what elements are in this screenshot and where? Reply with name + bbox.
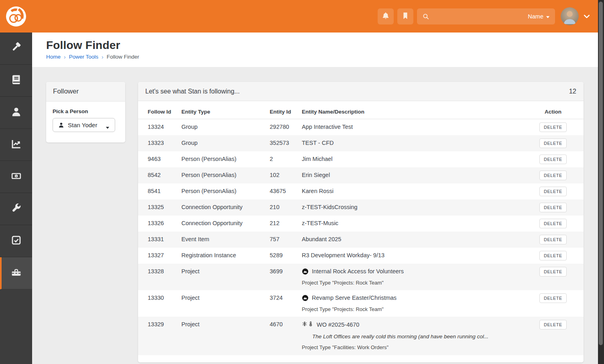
delete-button[interactable]: DELETE bbox=[539, 219, 567, 228]
book-icon bbox=[11, 74, 22, 87]
column-header: Entity Id bbox=[270, 109, 302, 115]
user-avatar[interactable] bbox=[561, 7, 579, 25]
table-row: 8541Person (PersonAlias)43675Karen Rossi… bbox=[138, 183, 584, 199]
action-cell: DELETE bbox=[532, 183, 574, 199]
action-cell: DELETE bbox=[532, 290, 574, 306]
action-cell: DELETE bbox=[532, 317, 574, 333]
follow-id-cell: 13323 bbox=[148, 135, 181, 151]
entity-id-cell: 210 bbox=[270, 199, 302, 216]
top-navigation-bar: Name bbox=[0, 0, 598, 33]
sidebar-item-wrench[interactable] bbox=[0, 193, 32, 225]
delete-button[interactable]: DELETE bbox=[539, 203, 567, 212]
sidebar-item-chart-line[interactable] bbox=[0, 129, 32, 161]
follow-id-cell: 13331 bbox=[148, 232, 181, 248]
entity-type-cell: Project bbox=[181, 290, 270, 306]
entity-type-cell: Person (PersonAlias) bbox=[181, 167, 270, 183]
table-row: 13326Connection Opportunity212z-TEST-Mus… bbox=[138, 216, 584, 232]
entity-type-cell: Person (PersonAlias) bbox=[181, 183, 270, 199]
entity-id-cell: 757 bbox=[270, 232, 302, 248]
breadcrumb-item[interactable]: Home bbox=[46, 54, 61, 60]
entity-id-cell: 292780 bbox=[270, 119, 302, 135]
delete-button[interactable]: DELETE bbox=[539, 155, 567, 164]
search-filter-dropdown[interactable]: Name bbox=[528, 13, 550, 20]
delete-button[interactable]: DELETE bbox=[539, 320, 567, 329]
project-type-subtext: Project Type "Projects: Rock Team" bbox=[302, 306, 526, 313]
follow-id-cell: 13324 bbox=[148, 119, 181, 135]
follow-id-cell: 13329 bbox=[148, 317, 181, 333]
entity-name-cell: App Interactive Test bbox=[302, 119, 532, 135]
delete-button[interactable]: DELETE bbox=[539, 267, 567, 277]
action-cell: DELETE bbox=[532, 135, 574, 151]
entity-id-cell: 102 bbox=[270, 167, 302, 183]
action-cell: DELETE bbox=[532, 216, 574, 232]
sidebar-item-gavel[interactable] bbox=[0, 33, 32, 65]
entity-type-cell: Event Item bbox=[181, 232, 270, 248]
delete-button[interactable]: DELETE bbox=[539, 187, 567, 196]
sidebar-item-toolbox[interactable] bbox=[0, 257, 32, 289]
breadcrumb-item: Follow Finder bbox=[107, 54, 139, 60]
sidebar-item-check-square[interactable] bbox=[0, 225, 32, 257]
bookmark-icon bbox=[401, 12, 409, 21]
table-body: 13324Group292780App Interactive TestDELE… bbox=[138, 119, 584, 362]
follow-id-cell: 13326 bbox=[148, 216, 181, 232]
caret-down-icon bbox=[546, 13, 550, 20]
app-logo-icon[interactable] bbox=[6, 6, 26, 27]
person-icon bbox=[11, 106, 22, 119]
delete-button[interactable]: DELETE bbox=[539, 122, 567, 132]
entity-name: WO #2025-4670 bbox=[317, 321, 359, 329]
column-header: Follow Id bbox=[148, 109, 181, 115]
wrench-icon bbox=[11, 203, 22, 215]
entity-type-cell: Registration Instance bbox=[181, 248, 270, 264]
entity-id-cell: 3699 bbox=[270, 264, 302, 280]
gavel-icon bbox=[11, 42, 22, 55]
entity-name-cell: z-TEST-KidsCrossing bbox=[302, 199, 532, 216]
project-type-subtext: Project Type "Facilities: Work Orders" bbox=[302, 344, 526, 351]
check-square-icon bbox=[11, 235, 22, 247]
table-row: 13329Project4670WO #2025-4670The Loft Of… bbox=[138, 317, 584, 355]
follow-id-cell: 13327 bbox=[148, 248, 181, 264]
delete-button[interactable]: DELETE bbox=[539, 171, 567, 180]
person-picker[interactable]: Stan Yoder bbox=[53, 118, 115, 132]
entity-type-cell: Person (PersonAlias) bbox=[181, 151, 270, 167]
sidebar-item-money-bill[interactable]: 1 bbox=[0, 161, 32, 193]
entity-name-cell: Internal Rock Access for VolunteersProje… bbox=[302, 264, 532, 290]
table-header: Follow IdEntity TypeEntity IdEntity Name… bbox=[138, 101, 584, 119]
follower-card-body: Pick a Person Stan Yoder bbox=[46, 102, 125, 142]
action-cell: DELETE bbox=[532, 119, 574, 135]
entity-type-cell: Connection Opportunity bbox=[181, 199, 270, 216]
scrollbar-thumb[interactable] bbox=[599, 2, 603, 345]
entity-type-cell: Connection Opportunity bbox=[181, 216, 270, 232]
global-search-box: Name bbox=[417, 8, 555, 24]
table-row: 8542Person (PersonAlias)102Erin SiegelDE… bbox=[138, 167, 584, 183]
search-input[interactable] bbox=[433, 13, 525, 20]
entity-name: Revamp Serve Easter/Christmas bbox=[312, 294, 397, 302]
action-cell: DELETE bbox=[532, 264, 574, 280]
follow-id-cell: 8542 bbox=[148, 167, 181, 183]
action-cell: DELETE bbox=[532, 248, 574, 264]
following-count: 12 bbox=[569, 87, 576, 95]
notifications-button[interactable] bbox=[378, 8, 394, 24]
delete-button[interactable]: DELETE bbox=[539, 293, 567, 303]
column-header: Entity Name/Description bbox=[302, 109, 532, 115]
sidebar-item-person[interactable] bbox=[0, 97, 32, 129]
app-window: Name bbox=[0, 0, 604, 364]
breadcrumb-item[interactable]: Power Tools bbox=[69, 54, 98, 60]
page-header: Follow Finder Home›Power Tools›Follow Fi… bbox=[32, 33, 598, 67]
entity-name-cell: Karen Rossi bbox=[302, 183, 532, 199]
action-cell: DELETE bbox=[532, 167, 574, 183]
chevron-down-icon[interactable] bbox=[583, 12, 591, 20]
entity-name: z-TEST-Music bbox=[302, 220, 338, 228]
bookmarks-button[interactable] bbox=[397, 8, 413, 24]
caret-down-icon bbox=[106, 124, 110, 126]
sidebar-item-book[interactable] bbox=[0, 65, 32, 97]
delete-button[interactable]: DELETE bbox=[539, 235, 567, 244]
follow-id-cell: 13325 bbox=[148, 199, 181, 216]
delete-button[interactable]: DELETE bbox=[539, 251, 567, 260]
entity-name: Abundant 2025 bbox=[302, 236, 341, 244]
search-icon bbox=[422, 13, 429, 20]
entity-id-cell: 2 bbox=[270, 151, 302, 167]
breadcrumb: Home›Power Tools›Follow Finder bbox=[46, 54, 584, 60]
delete-button[interactable]: DELETE bbox=[539, 138, 567, 148]
entity-note: The Loft Offices are really cold this mo… bbox=[312, 333, 526, 340]
entity-name: Karen Rossi bbox=[302, 187, 334, 195]
